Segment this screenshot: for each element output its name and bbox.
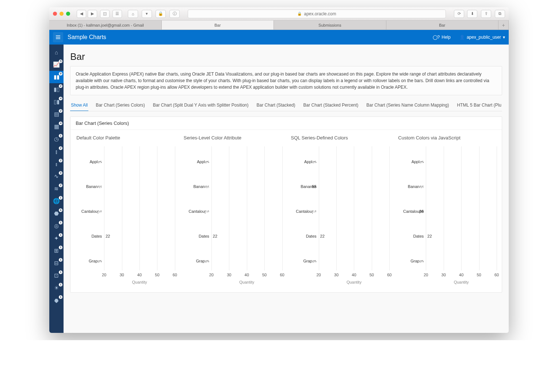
reload-button[interactable]: ⟳ <box>454 10 464 18</box>
page-description: Oracle Application Express (APEX) native… <box>70 66 502 95</box>
sidebar-item-sun[interactable]: ☀1 <box>49 282 64 294</box>
region-tab-5[interactable]: Bar Chart (Series Name Column Mapping) <box>366 100 450 111</box>
bar-value: 42 <box>98 259 102 263</box>
sidebar-item-table[interactable]: ▦4 <box>49 120 64 133</box>
doc-icon: ▤ <box>54 111 59 118</box>
share-icon[interactable]: ⇪ <box>481 10 491 18</box>
x-tick-label: 60 <box>280 273 284 277</box>
region-tab-1[interactable]: Bar Chart (Series Colors) <box>95 100 146 111</box>
downloads-icon[interactable]: ⬇ <box>467 10 477 18</box>
sidebar-item-chart3[interactable]: ∿3 <box>49 170 64 182</box>
sidebar-item-bar3[interactable]: ▯▮4 <box>49 96 64 108</box>
ssl-lock-icon: 🔒 <box>297 12 302 16</box>
sidebar-item-c1[interactable]: ⊞1 <box>49 245 64 257</box>
chart1-icon: ⫿ <box>55 149 58 155</box>
chart-title: Series-Level Color Attribute <box>181 135 284 141</box>
sidebar-item-bar[interactable]: ▮▮9 <box>49 71 64 83</box>
close-window-button[interactable] <box>53 12 57 16</box>
x-tick-label: 30 <box>119 273 124 277</box>
back-button[interactable]: ◀ <box>77 10 86 18</box>
sidebar-item-spark[interactable]: ✦1 <box>49 232 64 245</box>
chart-title: Default Color Palette <box>73 135 177 141</box>
bar-value: 55 <box>419 184 424 189</box>
region-tab-3[interactable]: Bar Chart (Stacked) <box>256 100 296 111</box>
table-icon: ▦ <box>54 123 59 130</box>
badge: 2 <box>59 146 62 150</box>
x-tick-label: 20 <box>102 273 106 277</box>
bar-value: 36 <box>312 209 316 214</box>
bar-value: 42 <box>419 160 424 164</box>
c2-icon: ⊟ <box>54 260 59 266</box>
bar3-icon: ▯▮ <box>54 99 60 105</box>
sidebar-item-line[interactable]: 📈5 <box>49 58 64 71</box>
region-tab-0[interactable]: Show All <box>70 100 88 111</box>
sidebar-item-bar2[interactable]: ▮▯2 <box>49 83 64 96</box>
region-tab-2[interactable]: Bar Chart (Split Dual Y Axis with Splitt… <box>152 100 249 111</box>
home-icon[interactable]: ⌂ <box>128 10 138 18</box>
bar-value: 55 <box>205 184 209 189</box>
sidebar-item-c2[interactable]: ⊟1 <box>49 257 64 269</box>
chart-3: Custom Colors via JavaScriptApplesBanana… <box>395 135 499 285</box>
x-axis-title: Quantity <box>319 280 390 284</box>
sidebar-item-doc[interactable]: ▤2 <box>49 108 64 120</box>
region-tabs: Show AllBar Chart (Series Colors)Bar Cha… <box>70 100 502 111</box>
x-tick-label: 20 <box>209 273 214 277</box>
sidebar-toggle-button[interactable]: ◫ <box>100 10 110 18</box>
sidebar-item-ring[interactable]: ◎1 <box>49 220 64 232</box>
sidebar-item-globe[interactable]: 🌐1 <box>49 195 64 207</box>
sidebar-item-geo[interactable]: ⬣6 <box>49 207 64 220</box>
new-tab-button[interactable]: + <box>498 20 509 30</box>
pocket-icon[interactable]: ▾ <box>142 10 152 18</box>
bar-value: 22 <box>106 234 110 238</box>
chart-0: Default Color PaletteApplesBananasCantal… <box>73 135 177 285</box>
x-tick-label: 20 <box>316 273 321 277</box>
region-tab-4[interactable]: Bar Chart (Stacked Percent) <box>303 100 359 111</box>
bar-value: 22 <box>320 234 325 238</box>
chevron-down-icon: ▾ <box>503 35 505 40</box>
badge: 4 <box>59 122 62 125</box>
bar-value: 36 <box>205 209 209 214</box>
browser-window: ◀ ▶ ◫ ☰ ⌂ ▾ 🔒 ⓘ 🔒 apex.oracle.com ⟳ ⬇ ⇪ … <box>49 7 509 333</box>
chart-title: SQL Series-Defined Colors <box>288 135 392 141</box>
help-icon: ◯? <box>433 35 440 40</box>
x-tick-label: 40 <box>459 273 463 277</box>
user-menu[interactable]: 👤 apex_public_user ▾ <box>459 35 505 40</box>
sidebar-item-c3[interactable]: ⊡1 <box>49 269 64 282</box>
sidebar-item-home[interactable]: ⌂ <box>49 46 64 58</box>
badge: 1 <box>59 233 62 237</box>
browser-tab-2[interactable]: Submissions <box>274 20 386 30</box>
sidebar-item-chart1[interactable]: ⫿2 <box>49 145 64 158</box>
url-text: apex.oracle.com <box>304 11 336 16</box>
y-tick-label: Dates <box>91 234 102 238</box>
region-tab-6[interactable]: HTML 5 Bar Chart (Plu <box>456 100 502 111</box>
browser-tab-3[interactable]: Bar <box>386 20 499 30</box>
browser-tab-1[interactable]: Bar <box>162 20 274 30</box>
badge: 5 <box>59 59 62 63</box>
tabs-icon[interactable]: ⧉ <box>495 10 505 18</box>
info-icon[interactable]: ⓘ <box>169 10 180 18</box>
maximize-window-button[interactable] <box>66 12 70 16</box>
lock-icon[interactable]: 🔒 <box>156 10 166 18</box>
forward-button[interactable]: ▶ <box>88 10 97 18</box>
chart2-icon: ⫾ <box>55 161 58 167</box>
help-link[interactable]: ◯? Help <box>433 35 451 40</box>
address-bar[interactable]: 🔒 apex.oracle.com <box>188 9 446 18</box>
window-controls <box>53 12 70 16</box>
sidebar-item-chart2[interactable]: ⫾2 <box>49 158 64 170</box>
charts-grid: Default Color PaletteApplesBananasCantal… <box>70 130 502 292</box>
browser-tab-0[interactable]: Inbox (1) - kallman.joel@gmail.com - Gma… <box>49 20 162 30</box>
user-icon: 👤 <box>459 35 465 40</box>
x-tick-label: 40 <box>352 273 356 277</box>
chart-region: Bar Chart (Series Colors) Default Color … <box>70 116 502 293</box>
nav-menu-button[interactable] <box>53 32 63 42</box>
left-sidebar: ⌂📈5▮▮9▮▯2▯▮4▤2▦4◷1⫿2⫾2∿3≋2🌐1⬣6◎1✦1⊞1⊟1⊡1… <box>49 45 64 333</box>
badge: 1 <box>59 283 62 287</box>
minimize-window-button[interactable] <box>60 12 64 16</box>
badge: 2 <box>59 184 62 187</box>
toolbar-menu-button[interactable]: ☰ <box>112 10 122 18</box>
sidebar-item-chart4[interactable]: ≋2 <box>49 182 64 195</box>
sidebar-item-tree[interactable]: ⯂1 <box>49 294 64 307</box>
sidebar-item-gauge[interactable]: ◷1 <box>49 133 64 145</box>
bar-value: 22 <box>213 234 217 238</box>
chart4-icon: ≋ <box>54 185 59 192</box>
